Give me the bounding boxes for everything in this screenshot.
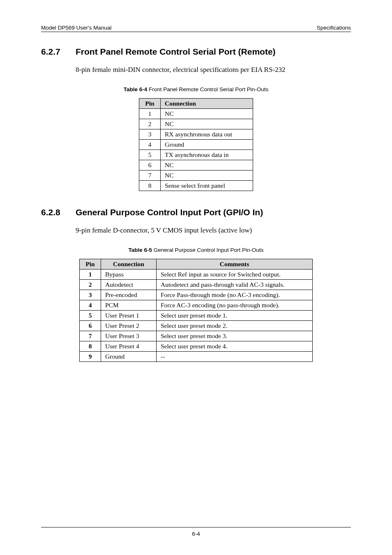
table-row: 8User Preset 4Select user preset mode 4.	[80, 341, 313, 352]
cell-comm: Force Pass-through mode (no AC-3 encodin…	[157, 290, 313, 300]
header-rule	[41, 32, 351, 32]
table-caption-rest: Front Panel Remote Control Serial Port P…	[147, 86, 268, 92]
footer-rule	[41, 527, 351, 527]
cell-pin: 5	[80, 311, 101, 321]
cell-pin: 8	[80, 341, 101, 352]
page-header: Model DP569 User's Manual Specifications	[41, 25, 351, 31]
cell-pin: 8	[139, 181, 161, 191]
cell-pin: 1	[139, 109, 161, 119]
cell-conn: Sense select front panel	[161, 181, 253, 191]
section-body-627: 8-pin female mini-DIN connector, electri…	[76, 66, 351, 74]
table-row: 3Pre-encodedForce Pass-through mode (no …	[80, 290, 313, 300]
section-number: 6.2.7	[41, 47, 76, 57]
section-heading-628: 6.2.8 General Purpose Control Input Port…	[41, 207, 351, 217]
cell-pin: 6	[80, 321, 101, 331]
header-right: Specifications	[317, 25, 351, 31]
cell-pin: 3	[80, 290, 101, 300]
cell-pin: 2	[139, 119, 161, 129]
cell-conn: User Preset 4	[101, 341, 157, 352]
table-caption-bold: Table 6-4	[124, 86, 148, 92]
table-caption-64: Table 6-4 Front Panel Remote Control Ser…	[41, 86, 351, 92]
table-row: 7User Preset 3Select user preset mode 3.	[80, 331, 313, 341]
table-64: Pin Connection 1NC 2NC 3RX asynchronous …	[139, 98, 253, 191]
cell-conn: Autodetect	[101, 280, 157, 290]
section-title: General Purpose Control Input Port (GPI/…	[76, 207, 263, 217]
cell-conn: NC	[161, 160, 253, 170]
table-header-row: Pin Connection	[139, 99, 253, 109]
table-caption-bold: Table 6-5	[128, 247, 152, 253]
page-footer: 6-4	[41, 527, 351, 537]
cell-conn: Pre-encoded	[101, 290, 157, 300]
th-comments: Comments	[157, 259, 313, 269]
cell-conn: User Preset 3	[101, 331, 157, 341]
header-left: Model DP569 User's Manual	[41, 25, 111, 31]
table-row: 1NC	[139, 109, 253, 119]
cell-pin: 6	[139, 160, 161, 170]
cell-pin: 5	[139, 150, 161, 160]
section-heading-627: 6.2.7 Front Panel Remote Control Serial …	[41, 47, 351, 57]
cell-pin: 7	[80, 331, 101, 341]
cell-conn: User Preset 1	[101, 311, 157, 321]
table-row: 6User Preset 2Select user preset mode 2.	[80, 321, 313, 331]
cell-comm: Select user preset mode 1.	[157, 311, 313, 321]
table-row: 3RX asynchronous data out	[139, 129, 253, 140]
section-number: 6.2.8	[41, 207, 76, 217]
cell-conn: Ground	[161, 140, 253, 150]
th-connection: Connection	[101, 259, 157, 269]
cell-conn: RX asynchronous data out	[161, 129, 253, 140]
cell-comm: Autodetect and pass-through valid AC-3 s…	[157, 280, 313, 290]
th-pin: Pin	[139, 99, 161, 109]
cell-pin: 4	[80, 300, 101, 311]
table-header-row: Pin Connection Comments	[80, 259, 313, 269]
table-row: 6NC	[139, 160, 253, 170]
table-row: 8Sense select front panel	[139, 181, 253, 191]
table-row: 1BypassSelect Ref input as source for Sw…	[80, 269, 313, 280]
table-row: 9Ground--	[80, 352, 313, 362]
cell-comm: --	[157, 352, 313, 362]
cell-pin: 4	[139, 140, 161, 150]
table-row: 2NC	[139, 119, 253, 129]
table-caption-65: Table 6-5 General Purpose Control Input …	[41, 247, 351, 253]
cell-comm: Select Ref input as source for Switched …	[157, 269, 313, 280]
cell-conn: Bypass	[101, 269, 157, 280]
cell-conn: NC	[161, 170, 253, 181]
cell-comm: Select user preset mode 2.	[157, 321, 313, 331]
cell-comm: Select user preset mode 3.	[157, 331, 313, 341]
cell-conn: PCM	[101, 300, 157, 311]
th-connection: Connection	[161, 99, 253, 109]
table-row: 4PCMForce AC-3 encoding (no pass-through…	[80, 300, 313, 311]
table-65: Pin Connection Comments 1BypassSelect Re…	[79, 259, 313, 362]
cell-pin: 1	[80, 269, 101, 280]
cell-pin: 2	[80, 280, 101, 290]
table-row: 5User Preset 1Select user preset mode 1.	[80, 311, 313, 321]
cell-pin: 9	[80, 352, 101, 362]
cell-conn: Ground	[101, 352, 157, 362]
section-title: Front Panel Remote Control Serial Port (…	[76, 47, 276, 57]
th-pin: Pin	[80, 259, 101, 269]
cell-comm: Force AC-3 encoding (no pass-through mod…	[157, 300, 313, 311]
cell-conn: NC	[161, 119, 253, 129]
table-row: 4Ground	[139, 140, 253, 150]
page-number: 6-4	[41, 531, 351, 537]
section-body-628: 9-pin female D-connector, 5 V CMOS input…	[76, 226, 351, 235]
cell-pin: 7	[139, 170, 161, 181]
table-row: 5TX asynchronous data in	[139, 150, 253, 160]
table-row: 7NC	[139, 170, 253, 181]
table-row: 2AutodetectAutodetect and pass-through v…	[80, 280, 313, 290]
cell-conn: TX asynchronous data in	[161, 150, 253, 160]
table-caption-rest: General Purpose Control Input Port Pin-O…	[152, 247, 264, 253]
cell-comm: Select user preset mode 4.	[157, 341, 313, 352]
cell-conn: NC	[161, 109, 253, 119]
cell-pin: 3	[139, 129, 161, 140]
cell-conn: User Preset 2	[101, 321, 157, 331]
